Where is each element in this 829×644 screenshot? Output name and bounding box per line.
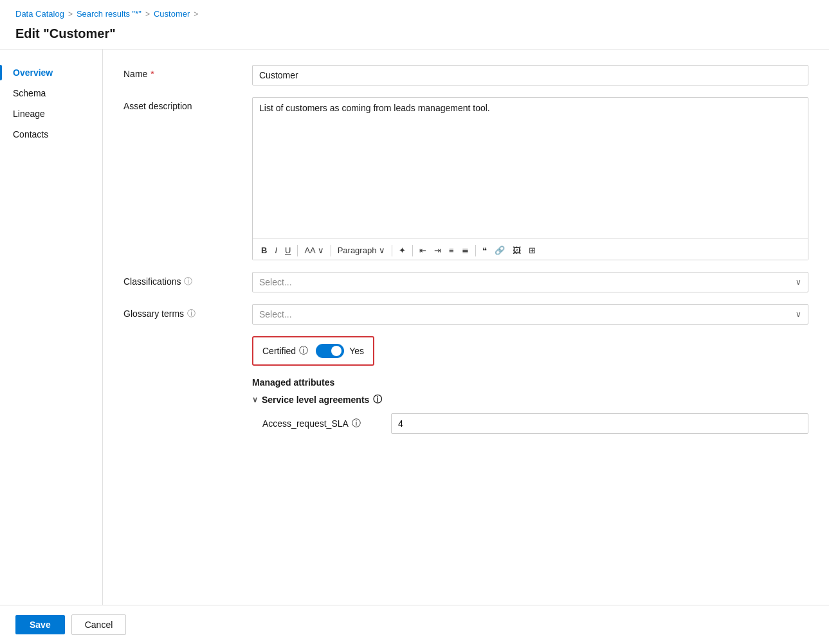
access-request-sla-input[interactable] — [391, 413, 808, 434]
certified-yes-label: Yes — [349, 346, 364, 356]
toolbar-bullet-list[interactable]: ≡ — [446, 244, 457, 257]
certified-toggle[interactable] — [316, 344, 344, 358]
classifications-dropdown[interactable]: Select... ∨ — [252, 272, 808, 292]
asset-description-control: List of customers as coming from leads m… — [252, 97, 808, 260]
asset-description-textarea[interactable]: List of customers as coming from leads m… — [253, 98, 808, 239]
toolbar-fontsize[interactable]: AA ∨ — [301, 244, 327, 257]
asset-description-row: Asset description List of customers as c… — [123, 97, 808, 260]
footer: Save Cancel — [0, 605, 829, 644]
glossary-terms-row: Glossary terms ⓘ Select... ∨ — [123, 304, 808, 325]
certified-label: Certified ⓘ — [262, 345, 308, 357]
toolbar-numbered-list[interactable]: ≣ — [459, 244, 472, 257]
glossary-terms-info-icon: ⓘ — [187, 308, 196, 319]
toolbar-paragraph[interactable]: Paragraph ∨ — [334, 244, 388, 257]
content-area: Overview Schema Lineage Contacts Name * — [0, 49, 829, 605]
toolbar-bold[interactable]: B — [258, 244, 270, 257]
certified-label-col — [123, 336, 252, 340]
sidebar-item-schema-label: Schema — [13, 88, 46, 98]
glossary-terms-placeholder: Select... — [259, 309, 292, 319]
breadcrumb-sep-1: > — [68, 10, 73, 19]
managed-attributes-label-col — [123, 377, 252, 381]
managed-attributes-control: Managed attributes ∨ Service level agree… — [252, 377, 808, 443]
name-input[interactable] — [252, 65, 808, 85]
classifications-label: Classifications ⓘ — [123, 272, 252, 287]
sla-section: ∨ Service level agreements ⓘ Access_requ… — [252, 394, 808, 434]
classifications-placeholder: Select... — [259, 277, 292, 287]
sidebar-item-overview-label: Overview — [13, 67, 53, 78]
classifications-info-icon: ⓘ — [184, 276, 192, 287]
toolbar-underline[interactable]: U — [282, 244, 294, 257]
name-required: * — [150, 69, 154, 79]
glossary-terms-label: Glossary terms ⓘ — [123, 304, 252, 319]
toolbar-sep-3 — [392, 245, 392, 256]
sidebar-item-contacts-label: Contacts — [13, 129, 48, 139]
sidebar-item-overview[interactable]: Overview — [0, 62, 102, 83]
glossary-terms-chevron-icon: ∨ — [796, 310, 801, 319]
sla-header[interactable]: ∨ Service level agreements ⓘ — [252, 394, 808, 406]
cancel-button[interactable]: Cancel — [71, 614, 127, 635]
save-button[interactable]: Save — [15, 615, 65, 634]
managed-attributes-title: Managed attributes — [252, 377, 808, 388]
name-label: Name * — [123, 65, 252, 79]
toolbar-image[interactable]: 🖼 — [509, 244, 524, 257]
toolbar-indent[interactable]: ⇥ — [431, 244, 444, 257]
certified-row: Certified ⓘ Yes — [123, 336, 808, 366]
page-title: Edit "Customer" — [0, 22, 829, 49]
toolbar-quote[interactable]: ❝ — [479, 244, 490, 257]
access-request-sla-info-icon: ⓘ — [352, 418, 361, 429]
classifications-control: Select... ∨ — [252, 272, 808, 292]
toolbar-italic[interactable]: I — [271, 244, 280, 257]
sidebar: Overview Schema Lineage Contacts — [0, 49, 103, 605]
asset-description-label: Asset description — [123, 97, 252, 111]
sla-row: Access_request_SLA ⓘ — [262, 413, 808, 434]
name-control — [252, 65, 808, 85]
certified-toggle-wrapper: Yes — [316, 344, 364, 358]
sla-info-icon: ⓘ — [373, 394, 382, 406]
certified-control: Certified ⓘ Yes — [252, 336, 808, 366]
breadcrumb-data-catalog[interactable]: Data Catalog — [15, 9, 64, 19]
toolbar-sep-4 — [412, 245, 413, 256]
classifications-row: Classifications ⓘ Select... ∨ — [123, 272, 808, 292]
toolbar-outdent[interactable]: ⇤ — [416, 244, 430, 257]
certified-box: Certified ⓘ Yes — [252, 336, 374, 366]
toggle-slider — [316, 344, 344, 358]
breadcrumb: Data Catalog > Search results "*" > Cust… — [0, 0, 829, 22]
main-content: Name * Asset description List of custome… — [103, 49, 829, 605]
breadcrumb-sep-2: > — [145, 10, 150, 19]
sla-chevron-icon: ∨ — [252, 395, 258, 404]
toolbar-table[interactable]: ⊞ — [525, 244, 539, 257]
sla-section-label: Service level agreements — [262, 395, 369, 405]
toolbar-link[interactable]: 🔗 — [491, 244, 508, 257]
editor-toolbar: B I U AA ∨ Paragraph ∨ ✦ ⇤ ⇥ — [253, 241, 808, 260]
sidebar-item-contacts[interactable]: Contacts — [0, 124, 102, 145]
classifications-chevron-icon: ∨ — [796, 278, 801, 287]
sidebar-item-schema[interactable]: Schema — [0, 83, 102, 103]
toolbar-sep-2 — [331, 245, 331, 256]
sidebar-item-lineage-label: Lineage — [13, 109, 45, 119]
toolbar-eraser[interactable]: ✦ — [396, 244, 409, 257]
glossary-terms-dropdown[interactable]: Select... ∨ — [252, 304, 808, 325]
toolbar-sep-1 — [297, 245, 298, 256]
glossary-terms-control: Select... ∨ — [252, 304, 808, 325]
name-row: Name * — [123, 65, 808, 85]
managed-attributes-row: Managed attributes ∨ Service level agree… — [123, 377, 808, 443]
access-request-sla-label: Access_request_SLA ⓘ — [262, 418, 391, 429]
breadcrumb-sep-3: > — [194, 10, 198, 19]
toolbar-sep-5 — [475, 245, 476, 256]
textarea-wrapper: List of customers as coming from leads m… — [252, 97, 808, 260]
breadcrumb-customer[interactable]: Customer — [154, 9, 190, 19]
breadcrumb-search-results[interactable]: Search results "*" — [77, 9, 141, 19]
certified-info-icon: ⓘ — [299, 345, 308, 357]
sidebar-item-lineage[interactable]: Lineage — [0, 103, 102, 124]
